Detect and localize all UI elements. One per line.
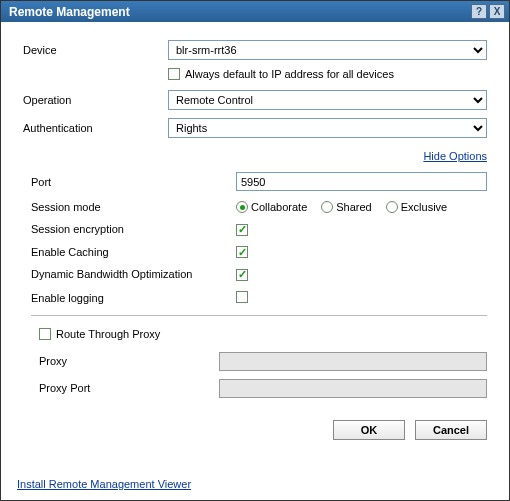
dialog-title: Remote Management <box>9 5 469 19</box>
proxy-label: Proxy <box>39 355 219 367</box>
dialog-content: Device blr-srm-rrt36 Always default to I… <box>1 22 509 472</box>
enable-logging-checkbox[interactable] <box>236 291 248 303</box>
session-mode-exclusive-label: Exclusive <box>401 201 447 213</box>
proxy-section: Route Through Proxy Proxy Proxy Port <box>31 328 487 398</box>
operation-select[interactable]: Remote Control <box>168 90 487 110</box>
enable-caching-label: Enable Caching <box>31 246 236 258</box>
remote-management-dialog: Remote Management ? X Device blr-srm-rrt… <box>0 0 510 501</box>
session-mode-collaborate-label: Collaborate <box>251 201 307 213</box>
route-through-proxy-checkbox[interactable] <box>39 328 51 340</box>
authentication-select[interactable]: Rights <box>168 118 487 138</box>
options-section: Port Session mode Collaborate Shared <box>23 172 487 406</box>
operation-label: Operation <box>23 94 168 106</box>
session-mode-shared-radio[interactable] <box>321 201 333 213</box>
always-default-checkbox[interactable] <box>168 68 180 80</box>
session-mode-collaborate-radio[interactable] <box>236 201 248 213</box>
session-mode-shared-label: Shared <box>336 201 371 213</box>
separator <box>31 315 487 316</box>
session-mode-label: Session mode <box>31 201 236 213</box>
route-through-proxy-label: Route Through Proxy <box>56 328 160 340</box>
authentication-label: Authentication <box>23 122 168 134</box>
enable-caching-checkbox[interactable] <box>236 246 248 258</box>
dynamic-bandwidth-checkbox[interactable] <box>236 269 248 281</box>
proxy-input <box>219 352 487 371</box>
install-viewer-link[interactable]: Install Remote Management Viewer <box>17 478 191 490</box>
enable-logging-label: Enable logging <box>31 292 236 304</box>
hide-options-link[interactable]: Hide Options <box>423 150 487 162</box>
port-label: Port <box>31 176 236 188</box>
cancel-button[interactable]: Cancel <box>415 420 487 440</box>
device-select[interactable]: blr-srm-rrt36 <box>168 40 487 60</box>
session-encryption-label: Session encryption <box>31 223 236 235</box>
proxy-port-label: Proxy Port <box>39 382 219 394</box>
button-row: OK Cancel <box>23 420 487 440</box>
session-encryption-checkbox[interactable] <box>236 224 248 236</box>
help-button[interactable]: ? <box>471 4 487 19</box>
ok-button[interactable]: OK <box>333 420 405 440</box>
close-button[interactable]: X <box>489 4 505 19</box>
titlebar: Remote Management ? X <box>1 1 509 22</box>
device-label: Device <box>23 44 168 56</box>
always-default-label: Always default to IP address for all dev… <box>185 68 394 80</box>
session-mode-exclusive-radio[interactable] <box>386 201 398 213</box>
session-mode-group: Collaborate Shared Exclusive <box>236 201 487 213</box>
proxy-port-input <box>219 379 487 398</box>
dynamic-bandwidth-label: Dynamic Bandwidth Optimization <box>31 268 236 280</box>
port-input[interactable] <box>236 172 487 191</box>
